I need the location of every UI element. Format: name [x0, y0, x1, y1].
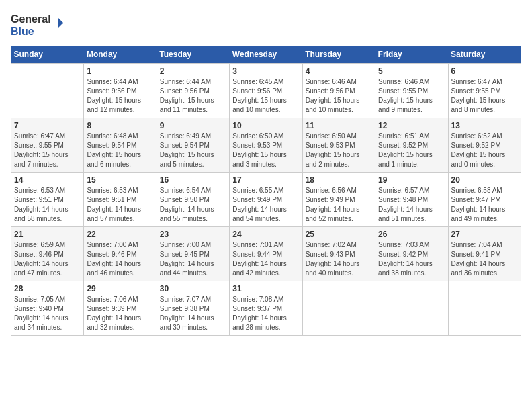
day-info: Sunrise: 7:06 AM Sunset: 9:39 PM Dayligh… [87, 295, 153, 332]
calendar-cell: 21Sunrise: 6:59 AM Sunset: 9:46 PM Dayli… [11, 227, 84, 281]
weekday-header-saturday: Saturday [448, 46, 521, 64]
day-info: Sunrise: 7:00 AM Sunset: 9:45 PM Dayligh… [160, 240, 226, 278]
calendar-cell: 31Sunrise: 7:08 AM Sunset: 9:37 PM Dayli… [230, 281, 302, 336]
day-number: 27 [451, 230, 518, 239]
day-info: Sunrise: 7:02 AM Sunset: 9:43 PM Dayligh… [306, 240, 372, 278]
day-info: Sunrise: 6:58 AM Sunset: 9:47 PM Dayligh… [451, 186, 518, 224]
day-number: 6 [451, 66, 518, 76]
calendar-cell: 18Sunrise: 6:56 AM Sunset: 9:49 PM Dayli… [302, 173, 375, 227]
day-number: 28 [14, 284, 81, 293]
calendar-cell: 20Sunrise: 6:58 AM Sunset: 9:47 PM Dayli… [448, 173, 521, 227]
day-number: 30 [160, 284, 226, 293]
day-number: 2 [160, 66, 226, 76]
day-number: 12 [378, 121, 445, 130]
svg-text:Blue: Blue [11, 26, 34, 37]
day-info: Sunrise: 6:46 AM Sunset: 9:55 PM Dayligh… [378, 77, 445, 115]
calendar-cell: 30Sunrise: 7:07 AM Sunset: 9:38 PM Dayli… [157, 281, 229, 336]
day-info: Sunrise: 6:57 AM Sunset: 9:48 PM Dayligh… [378, 186, 445, 224]
day-info: Sunrise: 6:50 AM Sunset: 9:53 PM Dayligh… [306, 132, 372, 169]
calendar-cell: 23Sunrise: 7:00 AM Sunset: 9:45 PM Dayli… [157, 227, 229, 281]
day-info: Sunrise: 6:53 AM Sunset: 9:51 PM Dayligh… [14, 186, 81, 224]
weekday-header-monday: Monday [84, 46, 157, 64]
day-info: Sunrise: 6:51 AM Sunset: 9:52 PM Dayligh… [378, 132, 445, 169]
calendar-cell: 4Sunrise: 6:46 AM Sunset: 9:56 PM Daylig… [302, 64, 375, 118]
day-info: Sunrise: 7:08 AM Sunset: 9:37 PM Dayligh… [232, 295, 299, 332]
day-number: 7 [14, 121, 81, 130]
day-number: 23 [160, 230, 226, 239]
calendar-cell: 26Sunrise: 7:03 AM Sunset: 9:42 PM Dayli… [375, 227, 448, 281]
calendar-cell: 6Sunrise: 6:47 AM Sunset: 9:55 PM Daylig… [448, 64, 521, 118]
calendar-week-5: 28Sunrise: 7:05 AM Sunset: 9:40 PM Dayli… [11, 281, 521, 336]
day-info: Sunrise: 6:55 AM Sunset: 9:49 PM Dayligh… [232, 186, 299, 224]
calendar-table: SundayMondayTuesdayWednesdayThursdayFrid… [11, 46, 521, 336]
weekday-header-wednesday: Wednesday [230, 46, 302, 64]
day-info: Sunrise: 6:56 AM Sunset: 9:49 PM Dayligh… [306, 186, 372, 224]
day-info: Sunrise: 7:00 AM Sunset: 9:46 PM Dayligh… [87, 240, 153, 278]
day-number: 29 [87, 284, 153, 293]
day-info: Sunrise: 6:59 AM Sunset: 9:46 PM Dayligh… [14, 240, 81, 278]
calendar-cell: 22Sunrise: 7:00 AM Sunset: 9:46 PM Dayli… [84, 227, 157, 281]
calendar-cell: 24Sunrise: 7:01 AM Sunset: 9:44 PM Dayli… [230, 227, 302, 281]
day-number: 18 [306, 175, 372, 185]
svg-marker-2 [58, 17, 63, 28]
day-info: Sunrise: 6:44 AM Sunset: 9:56 PM Dayligh… [87, 77, 153, 115]
calendar-week-1: 1Sunrise: 6:44 AM Sunset: 9:56 PM Daylig… [11, 64, 521, 118]
day-number: 31 [232, 284, 299, 293]
day-info: Sunrise: 6:44 AM Sunset: 9:56 PM Dayligh… [160, 77, 226, 115]
calendar-cell: 1Sunrise: 6:44 AM Sunset: 9:56 PM Daylig… [84, 64, 157, 118]
day-info: Sunrise: 6:47 AM Sunset: 9:55 PM Dayligh… [14, 132, 81, 169]
day-info: Sunrise: 6:47 AM Sunset: 9:55 PM Dayligh… [451, 77, 518, 115]
day-number: 16 [160, 175, 226, 185]
calendar-cell: 9Sunrise: 6:49 AM Sunset: 9:54 PM Daylig… [157, 118, 229, 173]
day-number: 20 [451, 175, 518, 185]
calendar-cell: 13Sunrise: 6:52 AM Sunset: 9:52 PM Dayli… [448, 118, 521, 173]
calendar-cell [11, 64, 84, 118]
logo: GeneralBlue [11, 11, 64, 40]
day-info: Sunrise: 6:45 AM Sunset: 9:56 PM Dayligh… [232, 77, 299, 115]
day-info: Sunrise: 7:03 AM Sunset: 9:42 PM Dayligh… [378, 240, 445, 278]
calendar-cell: 25Sunrise: 7:02 AM Sunset: 9:43 PM Dayli… [302, 227, 375, 281]
day-number: 13 [451, 121, 518, 130]
calendar-cell: 10Sunrise: 6:50 AM Sunset: 9:53 PM Dayli… [230, 118, 302, 173]
weekday-header-tuesday: Tuesday [157, 46, 229, 64]
calendar-cell [448, 281, 521, 336]
calendar-cell: 28Sunrise: 7:05 AM Sunset: 9:40 PM Dayli… [11, 281, 84, 336]
day-info: Sunrise: 6:52 AM Sunset: 9:52 PM Dayligh… [451, 132, 518, 169]
day-info: Sunrise: 7:07 AM Sunset: 9:38 PM Dayligh… [160, 295, 226, 332]
calendar-header: SundayMondayTuesdayWednesdayThursdayFrid… [11, 46, 521, 64]
day-number: 4 [306, 66, 372, 76]
day-number: 11 [306, 121, 372, 130]
calendar-cell: 17Sunrise: 6:55 AM Sunset: 9:49 PM Dayli… [230, 173, 302, 227]
day-number: 24 [232, 230, 299, 239]
day-number: 22 [87, 230, 153, 239]
svg-text:General: General [11, 13, 51, 25]
calendar-week-4: 21Sunrise: 6:59 AM Sunset: 9:46 PM Dayli… [11, 227, 521, 281]
calendar-cell [375, 281, 448, 336]
calendar-cell: 5Sunrise: 6:46 AM Sunset: 9:55 PM Daylig… [375, 64, 448, 118]
calendar-body: 1Sunrise: 6:44 AM Sunset: 9:56 PM Daylig… [11, 64, 521, 336]
weekday-header-thursday: Thursday [302, 46, 375, 64]
day-number: 17 [232, 175, 299, 185]
day-info: Sunrise: 7:05 AM Sunset: 9:40 PM Dayligh… [14, 295, 81, 332]
calendar-cell: 15Sunrise: 6:53 AM Sunset: 9:51 PM Dayli… [84, 173, 157, 227]
day-number: 9 [160, 121, 226, 130]
day-info: Sunrise: 6:54 AM Sunset: 9:50 PM Dayligh… [160, 186, 226, 224]
day-number: 14 [14, 175, 81, 185]
weekday-header-friday: Friday [375, 46, 448, 64]
day-info: Sunrise: 7:01 AM Sunset: 9:44 PM Dayligh… [232, 240, 299, 278]
calendar-week-3: 14Sunrise: 6:53 AM Sunset: 9:51 PM Dayli… [11, 173, 521, 227]
calendar-cell: 2Sunrise: 6:44 AM Sunset: 9:56 PM Daylig… [157, 64, 229, 118]
calendar-cell: 8Sunrise: 6:48 AM Sunset: 9:54 PM Daylig… [84, 118, 157, 173]
day-number: 8 [87, 121, 153, 130]
day-number: 1 [87, 66, 153, 76]
day-info: Sunrise: 6:46 AM Sunset: 9:56 PM Dayligh… [306, 77, 372, 115]
day-number: 26 [378, 230, 445, 239]
day-info: Sunrise: 6:53 AM Sunset: 9:51 PM Dayligh… [87, 186, 153, 224]
day-number: 15 [87, 175, 153, 185]
weekday-header-sunday: Sunday [11, 46, 84, 64]
day-number: 21 [14, 230, 81, 239]
day-info: Sunrise: 7:04 AM Sunset: 9:41 PM Dayligh… [451, 240, 518, 278]
calendar-cell: 14Sunrise: 6:53 AM Sunset: 9:51 PM Dayli… [11, 173, 84, 227]
weekday-row: SundayMondayTuesdayWednesdayThursdayFrid… [11, 46, 521, 64]
calendar-cell: 3Sunrise: 6:45 AM Sunset: 9:56 PM Daylig… [230, 64, 302, 118]
